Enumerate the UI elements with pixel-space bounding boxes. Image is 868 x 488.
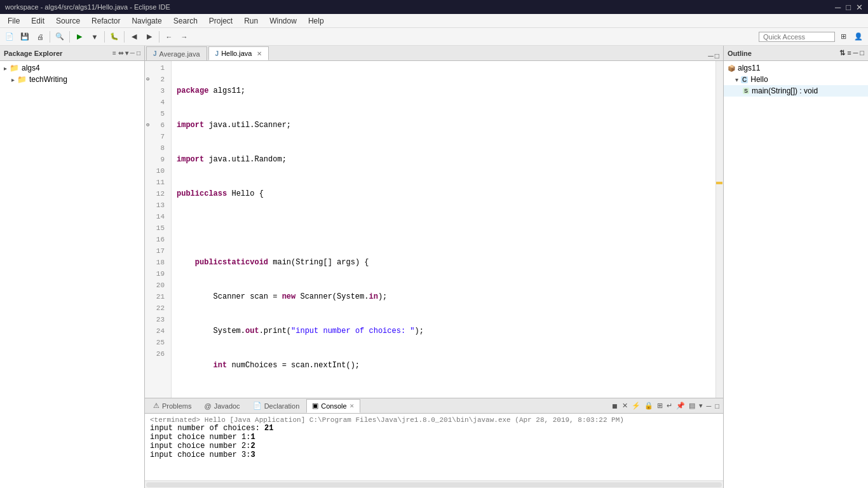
console-maximize[interactable]: □: [714, 401, 721, 411]
folder-icon-techwriting: 📁: [17, 75, 27, 84]
toolbar-sep-1: [50, 31, 50, 43]
debug-button[interactable]: 🐛: [107, 30, 121, 44]
forward-button[interactable]: →: [177, 30, 191, 44]
console-stop[interactable]: ⏹: [610, 401, 620, 411]
search-button[interactable]: 🔍: [53, 30, 67, 44]
next-annotation[interactable]: ▶: [142, 30, 156, 44]
tab-javadoc[interactable]: @ Javadoc: [198, 399, 245, 413]
line-numbers: 1 ⊖2 3 4 5 ⊖6 7 8 9 10 11 12 13 14 15 16: [145, 61, 172, 398]
menu-item-help[interactable]: Help: [303, 15, 329, 27]
tab-console-label: Console: [321, 402, 346, 410]
tab-minimize[interactable]: ─: [708, 51, 714, 60]
pkg-menu[interactable]: ▾: [125, 50, 128, 57]
close-button[interactable]: ✕: [856, 3, 863, 12]
run-last-button[interactable]: ▶: [72, 30, 86, 44]
outline-class-label: Hello: [750, 75, 768, 84]
new-button[interactable]: 📄: [3, 30, 17, 44]
console-word-wrap[interactable]: ↵: [665, 400, 674, 411]
menu-item-window[interactable]: Window: [264, 15, 302, 27]
h-scroll-track[interactable]: [146, 482, 722, 487]
tab-console[interactable]: ▣ Console ✕: [306, 399, 360, 413]
run-dropdown[interactable]: ▼: [88, 30, 102, 44]
ln-18: 18: [145, 257, 167, 268]
pkg-maximize[interactable]: □: [137, 50, 140, 57]
console-line-4: input choice number 3:3: [150, 451, 718, 459]
tree-item-techwriting[interactable]: ▸ 📁 techWriting: [0, 74, 144, 85]
tab-maximize[interactable]: □: [715, 51, 719, 60]
save-button[interactable]: 💾: [18, 30, 32, 44]
prev-annotation[interactable]: ◀: [127, 30, 141, 44]
console-open-console[interactable]: ▤: [688, 400, 696, 411]
ln-1: 1: [145, 62, 167, 74]
menu-item-edit[interactable]: Edit: [26, 15, 50, 27]
ln-4: 4: [145, 97, 167, 108]
package-explorer-panel: Package Explorer ≡ ⇔ ▾ ─ □ ▸ 📁 algs4 ▸ 📁…: [0, 46, 145, 488]
print-button[interactable]: 🖨: [33, 30, 47, 44]
menu-item-refactor[interactable]: Refactor: [86, 15, 125, 27]
outline-minimize[interactable]: ─: [853, 49, 858, 57]
menu-item-navigate[interactable]: Navigate: [126, 15, 166, 27]
minimize-button[interactable]: ─: [835, 3, 841, 12]
menu-item-project[interactable]: Project: [204, 15, 238, 27]
horizontal-scrollbar[interactable]: [145, 480, 723, 488]
outline-sort[interactable]: ⇅: [839, 49, 845, 57]
tab-hello-java[interactable]: J Hello.java ✕: [208, 46, 269, 60]
console-pin[interactable]: 📌: [675, 400, 686, 411]
code-line-6: public static void main(String[] args) {: [177, 257, 715, 268]
maximize-button[interactable]: □: [846, 3, 851, 12]
outline-package-algs11[interactable]: 📦 algs11: [724, 62, 868, 74]
outline-method-main[interactable]: S main(String[]) : void: [724, 85, 868, 97]
toolbar: 📄 💾 🖨 🔍 ▶ ▼ 🐛 ◀ ▶ ← → ⊞ 👤: [0, 28, 868, 46]
tab-problems[interactable]: ⚠ Problems: [147, 399, 197, 413]
ln-2: ⊖2: [145, 74, 167, 85]
console-menu[interactable]: ▾: [698, 400, 704, 411]
outline-filter[interactable]: ≡: [847, 49, 851, 57]
console-clear[interactable]: ⚡: [630, 400, 642, 411]
pkg-link[interactable]: ⇔: [118, 50, 123, 57]
menu-item-file[interactable]: File: [3, 15, 25, 27]
back-button[interactable]: ←: [162, 30, 176, 44]
console-toolbar[interactable]: ⊞: [656, 400, 664, 411]
console-scroll-lock[interactable]: 🔒: [643, 400, 654, 411]
tab-average-java[interactable]: J Average.java: [146, 46, 207, 60]
user-button[interactable]: 👤: [851, 30, 865, 44]
menu-item-search[interactable]: Search: [168, 15, 203, 27]
editor-scrollbar[interactable]: [715, 61, 723, 398]
bottom-panel: ⚠ Problems @ Javadoc 📄 Declaration ▣ Con…: [145, 398, 723, 488]
ln-21: 21: [145, 291, 167, 302]
code-content[interactable]: package algs11; import java.util.Scanner…: [172, 61, 715, 398]
perspective-button[interactable]: ⊞: [836, 30, 850, 44]
ln-10: 10: [145, 165, 167, 177]
console-line-3: input choice number 2:2: [150, 442, 718, 451]
outline-expand-arrow: ▾: [735, 76, 738, 83]
scroll-marker: [716, 182, 722, 184]
ln-12: 12: [145, 188, 167, 200]
declaration-icon: 📄: [253, 402, 262, 410]
quick-access-input[interactable]: [759, 32, 835, 42]
console-line-1: input number of choices: 21: [150, 424, 718, 433]
console-content[interactable]: <terminated> Hello [Java Application] C:…: [145, 414, 723, 480]
tab-declaration[interactable]: 📄 Declaration: [247, 399, 306, 413]
console-terminate[interactable]: ✕: [621, 400, 629, 411]
pkg-collapse-all[interactable]: ≡: [112, 50, 116, 57]
outline-panel: Outline ⇅ ≡ ─ □ 📦 algs11 ▾ C Hello S mai…: [723, 46, 868, 488]
console-minimize[interactable]: ─: [705, 401, 713, 411]
pkg-minimize[interactable]: ─: [130, 50, 135, 57]
ln-6: ⊖6: [145, 119, 167, 131]
package-explorer-header: Package Explorer ≡ ⇔ ▾ ─ □: [0, 46, 144, 61]
code-editor[interactable]: 1 ⊖2 3 4 5 ⊖6 7 8 9 10 11 12 13 14 15 16: [145, 61, 723, 398]
outline-maximize[interactable]: □: [860, 49, 864, 57]
ln-22: 22: [145, 302, 167, 314]
tree-label-algs4: algs4: [22, 64, 40, 72]
menu-item-run[interactable]: Run: [239, 15, 263, 27]
tab-label-average: Average.java: [159, 50, 200, 58]
toolbar-sep-3: [104, 31, 105, 43]
app-title: workspace - algs4/src/algs11/Hello.java …: [5, 3, 170, 11]
menu-item-source[interactable]: Source: [51, 15, 85, 27]
outline-class-hello[interactable]: ▾ C Hello: [724, 74, 868, 85]
tab-close-hello[interactable]: ✕: [257, 50, 262, 57]
expand-arrow-algs4: ▸: [4, 65, 7, 72]
ln-26: 26: [145, 348, 167, 360]
ln-25: 25: [145, 337, 167, 348]
tree-item-algs4[interactable]: ▸ 📁 algs4: [0, 62, 144, 74]
